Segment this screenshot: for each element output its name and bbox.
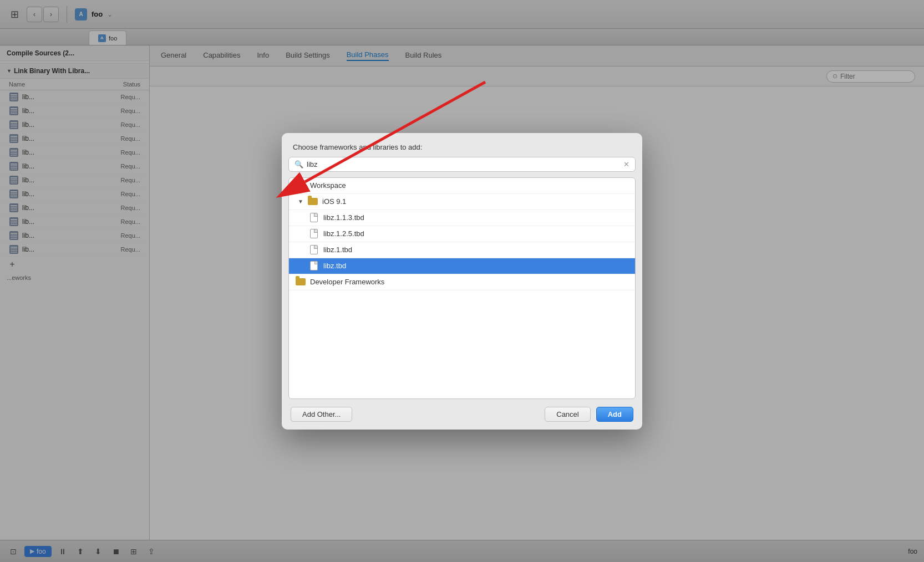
cancel-button[interactable]: Cancel [545, 407, 590, 422]
libztbd-label: libz.tbd [323, 262, 346, 270]
ios91-item[interactable]: ▼ iOS 9.1 [289, 194, 635, 210]
search-clear-icon[interactable]: ✕ [623, 160, 629, 168]
libz125-label: libz.1.2.5.tbd [323, 229, 364, 238]
ios91-label: iOS 9.1 [322, 197, 346, 206]
dev-frameworks-item[interactable]: Developer Frameworks [289, 274, 635, 290]
folder-icon [296, 277, 306, 287]
folder-icon [308, 197, 318, 207]
libz125-item[interactable]: libz.1.2.5.tbd [289, 226, 635, 242]
modal-footer: Add Other... Cancel Add [282, 399, 642, 430]
add-other-button[interactable]: Add Other... [291, 407, 352, 422]
framework-picker-modal: Choose frameworks and libraries to add: … [282, 133, 642, 430]
modal-overlay: Choose frameworks and libraries to add: … [0, 0, 924, 562]
file-icon-selected [309, 261, 319, 271]
file-icon [309, 245, 319, 255]
libz1-label: libz.1.tbd [323, 246, 352, 254]
file-icon [309, 229, 319, 239]
workspace-label: Workspace [310, 181, 346, 190]
libz113-label: libz.1.1.3.tbd [323, 213, 364, 222]
libztbd-item[interactable]: libz.tbd [289, 258, 635, 274]
file-icon [309, 213, 319, 223]
libz1-item[interactable]: libz.1.tbd [289, 242, 635, 258]
modal-search-bar: 🔍 ✕ [288, 157, 636, 172]
framework-list: Workspace ▼ iOS 9.1 libz.1.1.3.tbd [288, 177, 636, 399]
search-icon: 🔍 [295, 160, 303, 168]
dev-frameworks-label: Developer Frameworks [310, 278, 384, 286]
libz113-item[interactable]: libz.1.1.3.tbd [289, 210, 635, 226]
search-input[interactable] [307, 160, 620, 168]
folder-icon [296, 181, 306, 191]
add-button[interactable]: Add [596, 407, 633, 422]
expand-triangle-icon: ▼ [296, 197, 306, 207]
modal-title: Choose frameworks and libraries to add: [282, 133, 642, 157]
workspace-item[interactable]: Workspace [289, 178, 635, 194]
